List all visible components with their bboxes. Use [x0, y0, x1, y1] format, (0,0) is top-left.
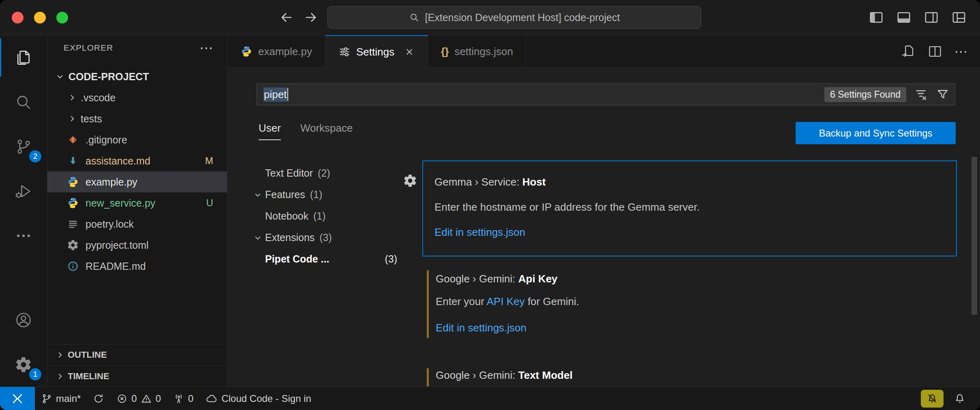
- tab-settings-json[interactable]: {} settings.json: [428, 35, 526, 68]
- command-center[interactable]: [Extension Development Host] code-projec…: [327, 6, 701, 29]
- explorer-more-icon[interactable]: ⋯: [199, 44, 213, 52]
- toc-label: Features: [265, 189, 305, 201]
- settings-sliders-icon: [338, 46, 351, 58]
- git-branch-item[interactable]: main*: [35, 387, 87, 410]
- customize-layout-icon[interactable]: [951, 9, 967, 26]
- activity-explorer-button[interactable]: [0, 35, 47, 80]
- tree-item-assistance-md[interactable]: assistance.md M: [47, 150, 227, 171]
- problems-item[interactable]: 0 0: [110, 387, 167, 410]
- settings-editor: pipet 6 Settings Found User Workspace Ba…: [227, 68, 980, 387]
- toc-item-pipet-code[interactable]: Pipet Code ... (3): [250, 248, 404, 270]
- clear-search-filters-icon[interactable]: [914, 87, 928, 102]
- edit-in-settings-json-link[interactable]: Edit in settings.json: [436, 322, 526, 334]
- activity-bar: 2 1: [0, 35, 47, 387]
- setting-name: Api Key: [518, 273, 558, 285]
- json-braces-icon: {}: [441, 46, 449, 58]
- api-key-link[interactable]: API Key: [487, 295, 525, 308]
- window-title: [Extension Development Host] code-projec…: [425, 12, 620, 23]
- tree-item-label: README.md: [86, 261, 146, 272]
- outline-section-header[interactable]: OUTLINE: [47, 344, 227, 365]
- toc-item-notebook[interactable]: Notebook (1): [250, 205, 404, 227]
- chevron-down-icon: [250, 190, 265, 200]
- activity-source-control-button[interactable]: 2: [0, 124, 47, 169]
- timeline-section-header[interactable]: TIMELINE: [47, 365, 227, 387]
- tree-item-label: CODE-PROJECT: [68, 71, 149, 83]
- edit-in-settings-json-link[interactable]: Edit in settings.json: [434, 226, 525, 239]
- python-file-icon: [67, 197, 79, 209]
- tree-item-label: .vscode: [81, 92, 116, 104]
- tree-item-vscode[interactable]: .vscode: [47, 87, 227, 108]
- ports-item[interactable]: 0: [167, 387, 199, 410]
- sync-changes-item[interactable]: [87, 387, 110, 410]
- settings-search-input[interactable]: pipet 6 Settings Found: [257, 83, 955, 105]
- editor-more-icon[interactable]: ⋯: [954, 43, 968, 60]
- close-window-button[interactable]: [12, 12, 24, 23]
- toc-item-text-editor[interactable]: Text Editor (2): [250, 162, 404, 184]
- tree-item-label: pyproject.toml: [86, 239, 149, 251]
- explorer-sidebar: EXPLORER ⋯ CODE-PROJECT .vscode tests: [47, 35, 227, 387]
- tab-example-py[interactable]: example.py: [227, 35, 325, 68]
- tree-item-gitignore[interactable]: .gitignore: [47, 129, 227, 150]
- toggle-panel-icon[interactable]: [896, 9, 912, 26]
- search-icon: [15, 93, 32, 111]
- modified-indicator-bar: [427, 270, 429, 338]
- radio-tower-icon: [173, 393, 184, 404]
- minimize-window-button[interactable]: [34, 12, 46, 23]
- results-count-badge: 6 Settings Found: [824, 87, 906, 102]
- tree-item-pyproject-toml[interactable]: pyproject.toml: [47, 235, 227, 256]
- search-icon: [409, 12, 419, 23]
- tab-label: settings.json: [454, 45, 513, 58]
- markdown-file-icon: [67, 155, 79, 167]
- toggle-secondary-sidebar-icon[interactable]: [923, 9, 939, 26]
- maximize-window-button[interactable]: [56, 12, 68, 23]
- toggle-primary-sidebar-icon[interactable]: [868, 9, 884, 26]
- warning-icon: [141, 393, 152, 404]
- setting-title: Google › Gemini: Text Model: [436, 369, 573, 382]
- tree-item-label: poetry.lock: [86, 218, 134, 230]
- open-settings-json-icon[interactable]: [901, 44, 916, 59]
- account-icon: [15, 311, 32, 329]
- tree-item-readme-md[interactable]: README.md: [47, 256, 227, 277]
- vscode-window: [Extension Development Host] code-projec…: [0, 0, 980, 410]
- description-text: Enter your: [436, 295, 487, 308]
- cloud-icon: [205, 393, 218, 405]
- forward-icon[interactable]: [303, 10, 319, 25]
- activity-search-button[interactable]: [0, 80, 47, 124]
- tree-root-code-project[interactable]: CODE-PROJECT: [47, 66, 227, 87]
- vertical-scrollbar[interactable]: [971, 157, 977, 315]
- split-editor-icon[interactable]: [927, 44, 943, 59]
- tree-item-poetry-lock[interactable]: poetry.lock: [47, 214, 227, 235]
- tree-item-new-service-py[interactable]: new_service.py U: [47, 192, 227, 214]
- activity-run-debug-button[interactable]: [0, 169, 47, 214]
- tab-settings[interactable]: Settings: [325, 35, 428, 68]
- back-icon[interactable]: [279, 10, 294, 25]
- warning-count: 0: [156, 393, 161, 404]
- git-file-icon: [67, 134, 79, 146]
- tree-item-label: example.py: [86, 176, 137, 188]
- info-file-icon: [67, 260, 79, 272]
- modified-indicator-bar: [427, 368, 429, 387]
- chevron-right-icon: [54, 371, 66, 382]
- tree-item-example-py[interactable]: example.py: [47, 171, 227, 192]
- tree-item-tests[interactable]: tests: [47, 108, 227, 129]
- backup-sync-settings-button[interactable]: Backup and Sync Settings: [796, 122, 956, 144]
- toc-count: (1): [310, 189, 323, 201]
- filter-funnel-icon[interactable]: [935, 87, 950, 102]
- tree-item-label: assistance.md: [86, 155, 150, 167]
- highlighted-status-item[interactable]: [921, 390, 944, 408]
- toc-item-extensions[interactable]: Extensions (3): [250, 227, 404, 248]
- notifications-item[interactable]: [948, 387, 972, 410]
- scope-tab-workspace[interactable]: Workspace: [300, 122, 353, 140]
- setting-manage-gear-icon[interactable]: [403, 173, 417, 188]
- setting-title: Google › Gemini: Api Key: [436, 273, 558, 285]
- cloud-code-item[interactable]: Cloud Code - Sign in: [199, 387, 317, 410]
- toc-item-features[interactable]: Features (1): [250, 184, 404, 205]
- activity-settings-button[interactable]: 1: [0, 342, 47, 387]
- activity-more-button[interactable]: [0, 214, 47, 258]
- setting-row-gemma-service-host[interactable]: Gemma › Service: Host Enter the hostname…: [422, 160, 957, 256]
- ellipsis-icon: [15, 227, 32, 245]
- activity-account-button[interactable]: [0, 298, 47, 342]
- scope-tab-user[interactable]: User: [259, 122, 281, 140]
- close-icon[interactable]: [404, 47, 415, 57]
- remote-indicator-button[interactable]: [0, 387, 35, 410]
